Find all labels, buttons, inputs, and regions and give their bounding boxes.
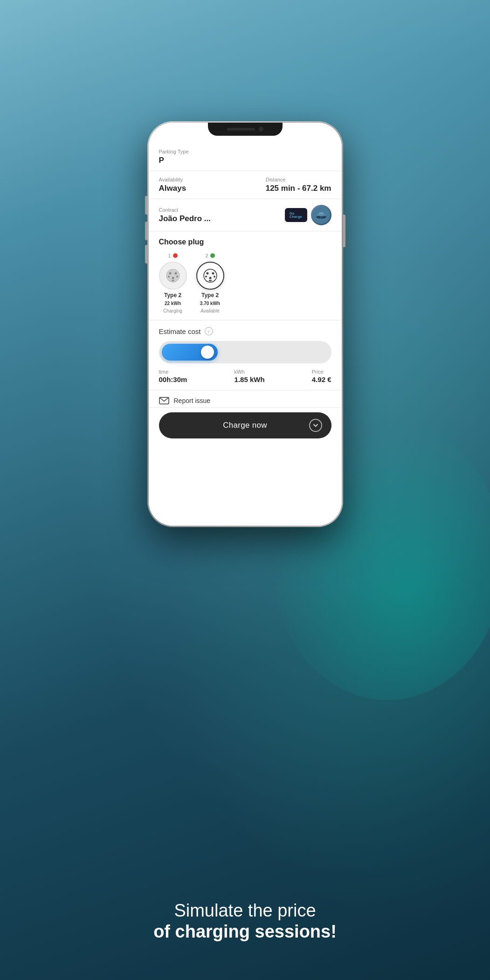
plug1-icon-wrapper [159, 262, 187, 290]
phone-outer: Parking Type P Availability Always Dista… [147, 121, 343, 527]
plug2-icon [202, 267, 219, 284]
parking-label: Parking Type [159, 149, 331, 154]
availability-value: Always [159, 184, 186, 193]
my-ev-badge [311, 205, 331, 225]
svg-point-18 [209, 277, 211, 279]
info-icon[interactable]: i [205, 327, 213, 335]
report-row[interactable]: Report issue [159, 397, 331, 404]
price-col: Price 4.92 € [312, 369, 331, 383]
time-value: 00h:30m [159, 375, 187, 383]
distance-value: 125 min - 67.2 km [266, 184, 331, 193]
plug1-number: 1 [168, 253, 171, 258]
phone-screen: Parking Type P Availability Always Dista… [149, 123, 342, 526]
availability-label: Availability [159, 177, 186, 182]
plug1-number-row: 1 [168, 253, 177, 258]
contract-label: Contract [159, 207, 278, 213]
svg-point-8 [174, 272, 177, 275]
phone-notch [208, 123, 283, 136]
plug2-number: 2 [205, 253, 208, 258]
availability-distance-row: Availability Always Distance 125 min - 6… [149, 171, 342, 199]
estimate-section: Estimate cost i time 00h:30m [149, 320, 342, 390]
availability-col: Availability Always [159, 177, 186, 193]
plug2-number-row: 2 [205, 253, 214, 258]
toggle-knob [162, 344, 218, 361]
charge-now-button[interactable]: Charge now [159, 412, 331, 438]
plug1-status-dot [173, 253, 178, 258]
svg-rect-19 [209, 280, 212, 281]
plug-options: 1 [159, 253, 331, 313]
plug-title: Choose plug [159, 238, 331, 246]
kwh-value: 1.85 kWh [235, 375, 265, 383]
plug-option-1[interactable]: 1 [159, 253, 187, 313]
toggle-circle [201, 346, 214, 359]
phone-inner: Parking Type P Availability Always Dista… [149, 123, 342, 526]
plug2-icon-wrapper [196, 262, 224, 290]
time-label: time [159, 369, 187, 375]
kwh-label: kWh [235, 369, 265, 375]
charge-btn-label: Charge now [223, 421, 267, 430]
plug-section: Choose plug 1 [149, 231, 342, 320]
plug2-status-text: Available [200, 308, 219, 313]
bottom-line2: of charging sessions! [28, 921, 462, 943]
svg-point-10 [176, 276, 178, 278]
contract-row: Contract João Pedro ... GoCharge [149, 199, 342, 231]
distance-label: Distance [266, 177, 331, 182]
price-value: 4.92 € [312, 375, 331, 383]
plug1-status-text: Charging [163, 308, 182, 313]
svg-point-9 [168, 276, 170, 278]
svg-point-5 [323, 216, 324, 218]
time-col: time 00h:30m [159, 369, 187, 383]
plug-option-2[interactable]: 2 [196, 253, 224, 313]
parking-value: P [159, 156, 331, 165]
plug2-kwh: 3.70 kWh [200, 301, 220, 306]
contract-name: João Pedro ... [159, 214, 278, 223]
svg-point-17 [214, 276, 215, 278]
contract-badges: GoCharge [285, 205, 331, 225]
charge-chevron-icon [309, 419, 322, 432]
svg-point-11 [172, 277, 174, 279]
svg-point-7 [169, 272, 171, 275]
svg-point-15 [212, 272, 214, 275]
kwh-col: kWh 1.85 kWh [235, 369, 265, 383]
plug2-label: Type 2 [201, 292, 219, 299]
car-icon [312, 206, 330, 224]
estimate-title: Estimate cost [159, 327, 201, 335]
estimate-header: Estimate cost i [159, 327, 331, 335]
svg-point-16 [205, 276, 207, 278]
report-text: Report issue [174, 397, 211, 404]
svg-point-14 [206, 272, 208, 275]
plug1-icon [165, 267, 181, 284]
notch-speaker [227, 128, 255, 131]
svg-point-4 [317, 216, 319, 218]
svg-rect-12 [172, 280, 174, 281]
go-charge-badge: GoCharge [285, 208, 307, 222]
estimate-toggle[interactable] [159, 341, 331, 363]
mail-icon [159, 397, 169, 404]
notch-camera [259, 127, 263, 132]
distance-col: Distance 125 min - 67.2 km [266, 177, 331, 193]
contract-info: Contract João Pedro ... [159, 207, 278, 223]
parking-section: Parking Type P [149, 141, 342, 171]
charge-section: Charge now [149, 408, 342, 448]
chevron-down-icon [313, 423, 318, 428]
price-label: Price [312, 369, 331, 375]
plug1-kwh: 22 kWh [165, 301, 181, 306]
estimate-values: time 00h:30m kWh 1.85 kWh Price 4.92 € [159, 369, 331, 383]
plug1-label: Type 2 [164, 292, 181, 299]
bottom-line1: Simulate the price [28, 900, 462, 922]
report-section: Report issue [149, 390, 342, 408]
plug2-status-dot [210, 253, 215, 258]
bottom-text-block: Simulate the price of charging sessions! [0, 900, 490, 943]
phone-wrapper: Parking Type P Availability Always Dista… [147, 121, 343, 527]
